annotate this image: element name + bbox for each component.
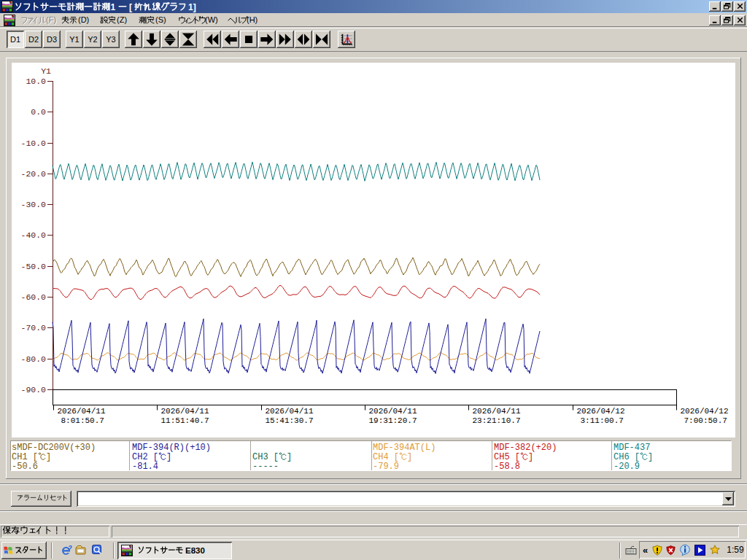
svg-text:7:00:50.7: 7:00:50.7	[684, 416, 727, 425]
svg-text:-90.0: -90.0	[20, 385, 46, 394]
svg-text:8:01:50.7: 8:01:50.7	[61, 416, 104, 425]
svg-text:10.0: 10.0	[26, 77, 46, 86]
svg-text:Y1: Y1	[41, 66, 51, 76]
svg-text:2026/04/11: 2026/04/11	[473, 407, 521, 416]
svg-text:2026/04/12: 2026/04/12	[681, 407, 729, 416]
svg-text:3:11:00.7: 3:11:00.7	[581, 416, 624, 425]
svg-text:2026/04/11: 2026/04/11	[266, 407, 314, 416]
svg-text:-10.0: -10.0	[20, 139, 46, 148]
svg-text:15:41:30.7: 15:41:30.7	[266, 416, 314, 425]
svg-text:0.0: 0.0	[31, 107, 46, 117]
svg-text:19:31:20.7: 19:31:20.7	[369, 416, 417, 425]
svg-text:11:51:40.7: 11:51:40.7	[161, 416, 209, 425]
svg-text:-80.0: -80.0	[20, 354, 46, 364]
svg-text:-30.0: -30.0	[20, 200, 46, 209]
svg-text:2026/04/11: 2026/04/11	[369, 407, 417, 416]
svg-text:-50.0: -50.0	[20, 262, 46, 271]
svg-text:2026/04/12: 2026/04/12	[577, 407, 625, 416]
svg-text:23:21:10.7: 23:21:10.7	[473, 416, 521, 425]
svg-text:-60.0: -60.0	[20, 292, 46, 302]
svg-text:-20.0: -20.0	[20, 169, 46, 179]
svg-text:-40.0: -40.0	[20, 230, 46, 240]
svg-text:2026/04/11: 2026/04/11	[161, 407, 209, 416]
svg-text:-70.0: -70.0	[20, 323, 46, 332]
svg-text:2026/04/11: 2026/04/11	[58, 407, 106, 416]
